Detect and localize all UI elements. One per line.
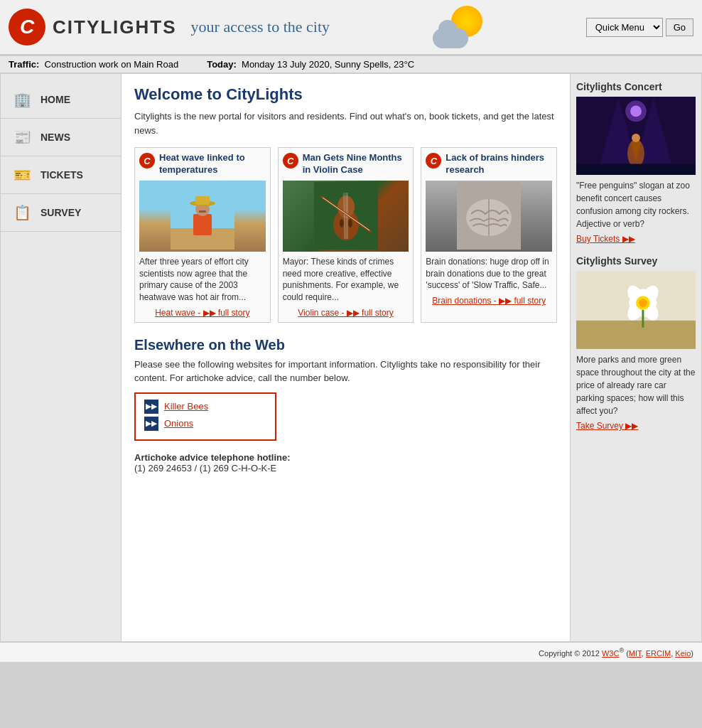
footer-link-ercim[interactable]: ERCIM bbox=[646, 649, 671, 658]
card-title-heatwave: Heat wave linked to temperatures bbox=[159, 152, 266, 176]
svg-rect-29 bbox=[576, 321, 696, 349]
sidebar-label-survey: SURVEY bbox=[40, 207, 81, 218]
concert-widget-title: Citylights Concert bbox=[576, 81, 696, 92]
sidebar-label-tickets: TICKETS bbox=[40, 169, 83, 181]
svg-point-10 bbox=[340, 219, 344, 228]
concert-widget-link[interactable]: Buy Tickets ▶▶ bbox=[576, 234, 635, 244]
card-header-heatwave: C Heat wave linked to temperatures bbox=[139, 152, 266, 176]
tagline: your access to the city bbox=[191, 18, 330, 36]
survey-img bbox=[576, 271, 696, 349]
hotline-label: Artichoke advice telephone hotline: bbox=[134, 452, 291, 463]
brain-svg bbox=[457, 182, 521, 250]
sidebar-label-home: HOME bbox=[40, 94, 70, 105]
survey-widget-text: More parks and more green space througho… bbox=[576, 353, 696, 417]
home-icon: 🏢 bbox=[11, 88, 33, 111]
page-title: Welcome to CityLights bbox=[134, 85, 557, 104]
card-title-violin: Man Gets Nine Months in Violin Case bbox=[303, 152, 409, 176]
logo-icon: C bbox=[9, 9, 45, 46]
sidebar-item-home[interactable]: 🏢 HOME bbox=[1, 81, 121, 119]
sidebar: 🏢 HOME 📰 NEWS 🎫 TICKETS 📋 SURVEY bbox=[1, 74, 122, 641]
today-info: Today: Monday 13 July 2020, Sunny Spells… bbox=[207, 59, 414, 70]
svg-point-22 bbox=[630, 106, 642, 117]
concert-img bbox=[576, 97, 696, 175]
header: C CITYLIGHTS your access to the city Qui… bbox=[0, 0, 702, 55]
traffic-label: Traffic: bbox=[9, 59, 39, 70]
card-logo-heatwave: C bbox=[139, 153, 155, 168]
svg-rect-27 bbox=[576, 164, 696, 175]
card-body-brain: Brain donations: huge drop off in brain … bbox=[426, 256, 552, 291]
footer-copyright: Copyright © 2012 bbox=[539, 649, 602, 658]
footer-link-keio[interactable]: Keio bbox=[675, 649, 691, 658]
elsewhere-title: Elsewhere on the Web bbox=[134, 337, 557, 353]
ext-link-onions[interactable]: ▶▶ Onions bbox=[144, 417, 266, 431]
concert-widget-text: "Free penguins" slogan at zoo benefit co… bbox=[576, 179, 696, 230]
news-card-heatwave: C Heat wave linked to temperatures bbox=[134, 147, 271, 323]
flower-svg bbox=[576, 271, 696, 349]
sidebar-label-news: NEWS bbox=[40, 132, 70, 143]
svg-point-37 bbox=[639, 299, 647, 307]
survey-widget-title: Citylights Survey bbox=[576, 255, 696, 267]
external-links-box: ▶▶ Killer Bees ▶▶ Onions bbox=[134, 392, 276, 441]
card-image-heatwave bbox=[139, 181, 266, 252]
card-link-brain[interactable]: Brain donations - ▶▶ full story bbox=[426, 296, 552, 306]
elsewhere-section: Elsewhere on the Web Please see the foll… bbox=[134, 337, 557, 441]
svg-rect-6 bbox=[199, 210, 206, 213]
heatwave-svg bbox=[171, 182, 234, 250]
sidebar-item-news[interactable]: 📰 NEWS bbox=[1, 119, 121, 156]
svg-rect-2 bbox=[193, 214, 212, 235]
sidebar-item-survey[interactable]: 📋 SURVEY bbox=[1, 194, 121, 232]
card-link-violin[interactable]: Violin case - ▶▶ full story bbox=[283, 308, 409, 318]
news-card-violin: C Man Gets Nine Months in Violin Case bbox=[278, 147, 414, 323]
ticker-bar: Traffic: Construction work on Main Road … bbox=[0, 55, 702, 73]
today-text: Monday 13 July 2020, Sunny Spells, 23°C bbox=[242, 59, 414, 70]
card-header-brain: C Lack of brains hinders research bbox=[426, 152, 552, 176]
hotline: Artichoke advice telephone hotline: (1) … bbox=[134, 452, 557, 473]
ext-link-text-killer-bees[interactable]: Killer Bees bbox=[164, 401, 208, 412]
survey-widget: Citylights Survey bbox=[576, 255, 696, 431]
svg-rect-5 bbox=[195, 196, 210, 205]
svg-point-24 bbox=[632, 134, 640, 142]
ext-link-killer-bees[interactable]: ▶▶ Killer Bees bbox=[144, 400, 266, 414]
go-button[interactable]: Go bbox=[666, 18, 693, 36]
card-header-violin: C Man Gets Nine Months in Violin Case bbox=[283, 152, 409, 176]
site-name: CITYLIGHTS bbox=[53, 16, 177, 38]
quick-menu-area[interactable]: Quick Menu Home News Tickets Survey Go bbox=[586, 18, 693, 37]
footer: Copyright © 2012 W3C® (MIT, ERCIM, Keio) bbox=[0, 642, 702, 662]
hotline-number: (1) 269 24653 / (1) 269 C-H-O-K-E bbox=[134, 463, 276, 473]
intro-text: Citylights is the new portal for visitor… bbox=[134, 109, 557, 137]
card-logo-brain: C bbox=[426, 153, 441, 168]
logo-area: C CITYLIGHTS your access to the city bbox=[9, 9, 330, 46]
news-grid: C Heat wave linked to temperatures bbox=[134, 147, 557, 323]
card-body-heatwave: After three years of effort city scienti… bbox=[139, 256, 266, 304]
traffic-info: Traffic: Construction work on Main Road bbox=[9, 59, 178, 70]
sidebar-item-tickets[interactable]: 🎫 TICKETS bbox=[1, 156, 121, 194]
concert-svg bbox=[576, 97, 696, 175]
cloud-icon bbox=[433, 28, 468, 48]
news-icon: 📰 bbox=[11, 126, 33, 149]
card-body-violin: Mayor: These kinds of crimes need more c… bbox=[283, 256, 409, 304]
weather-icon bbox=[433, 6, 482, 48]
card-logo-violin: C bbox=[283, 153, 298, 168]
news-card-brain: C Lack of brains hinders research bbox=[421, 147, 557, 323]
card-title-brain: Lack of brains hinders research bbox=[446, 152, 552, 176]
survey-icon: 📋 bbox=[11, 201, 33, 224]
ext-link-text-onions[interactable]: Onions bbox=[164, 418, 193, 429]
footer-link-mit[interactable]: MIT bbox=[629, 649, 642, 658]
card-image-brain bbox=[426, 181, 552, 252]
footer-link-w3c[interactable]: W3C bbox=[602, 649, 619, 658]
elsewhere-desc: Please see the following websites for im… bbox=[134, 358, 557, 385]
card-image-violin bbox=[283, 181, 409, 252]
violin-svg bbox=[314, 182, 378, 250]
quick-menu-select[interactable]: Quick Menu Home News Tickets Survey bbox=[586, 18, 663, 37]
today-label: Today: bbox=[207, 59, 237, 70]
right-sidebar: Citylights Concert bbox=[570, 74, 701, 641]
main-content: Welcome to CityLights Citylights is the … bbox=[122, 74, 570, 641]
tickets-icon: 🎫 bbox=[11, 164, 33, 186]
main-wrapper: 🏢 HOME 📰 NEWS 🎫 TICKETS 📋 SURVEY Welcome… bbox=[0, 73, 702, 642]
svg-point-11 bbox=[348, 219, 352, 228]
traffic-text: Construction work on Main Road bbox=[45, 59, 179, 70]
survey-widget-link[interactable]: Take Survey ▶▶ bbox=[576, 421, 638, 431]
survey-widget-image bbox=[576, 271, 696, 349]
ext-link-icon-killer-bees: ▶▶ bbox=[144, 400, 158, 414]
card-link-heatwave[interactable]: Heat wave - ▶▶ full story bbox=[139, 308, 266, 318]
